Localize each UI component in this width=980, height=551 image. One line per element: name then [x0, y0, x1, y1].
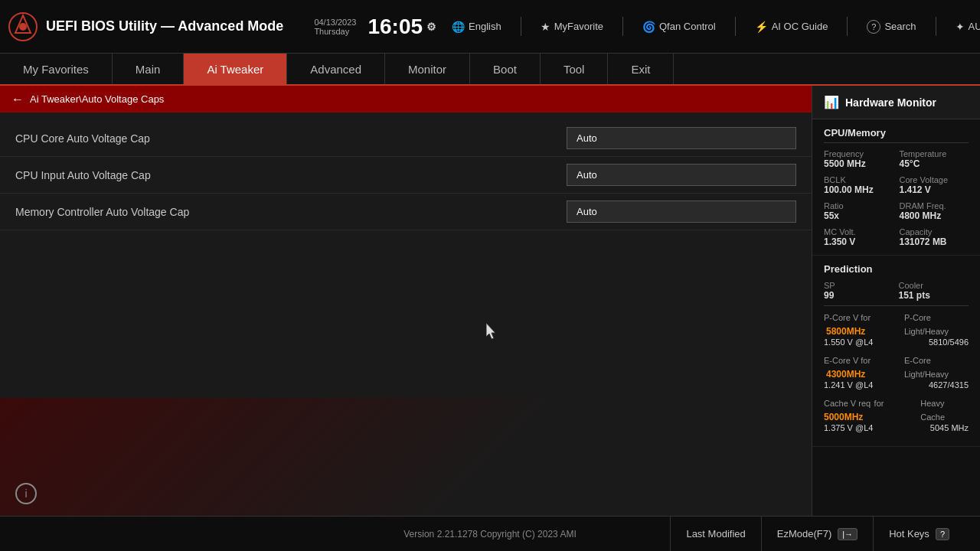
footer-last-modified[interactable]: Last Modified: [670, 517, 760, 552]
star-icon: ★: [541, 21, 550, 33]
nav-english[interactable]: 🌐 English: [452, 21, 501, 33]
tab-my-favorites[interactable]: My Favorites: [0, 54, 113, 84]
pcore-v-label: P-Core V for: [824, 313, 871, 322]
ecore-light-value: 4627/4315: [929, 380, 969, 390]
hw-frequency: Frequency 5500 MHz: [824, 149, 893, 169]
ecore-light-label: E-Core Light/Heavy: [904, 356, 949, 379]
setting-label-1: CPU Input Auto Voltage Cap: [15, 169, 567, 181]
tab-boot[interactable]: Boot: [470, 54, 541, 84]
ecore-v-freq: 4300MHz: [826, 369, 865, 380]
footer-version: Version 2.21.1278 Copyright (C) 2023 AMI: [403, 529, 576, 540]
cache-v-block: Cache V req for 5000MHz Heavy Cache 1.37…: [824, 396, 969, 432]
footer: Version 2.21.1278 Copyright (C) 2023 AMI…: [0, 516, 980, 551]
hot-keys-label: Hot Keys: [889, 528, 929, 540]
footer-ez-mode[interactable]: EzMode(F7) |→: [761, 517, 873, 552]
nav-qfan[interactable]: 🌀 Qfan Control: [642, 21, 716, 33]
main-nav: My Favorites Main Ai Tweaker Advanced Mo…: [0, 54, 980, 86]
hw-bclk: BCLK 100.00 MHz: [824, 175, 893, 195]
breadcrumb: ← Ai Tweaker\Auto Voltage Caps: [0, 86, 812, 112]
hw-dram-freq-value: 4800 MHz: [900, 210, 969, 221]
nav-myfavorite[interactable]: ★ MyFavorite: [541, 21, 603, 33]
rog-logo-area: UEFI BIOS Utility — Advanced Mode: [8, 11, 283, 42]
pcore-v-block: P-Core V for 5800MHz P-Core Light/Heavy …: [824, 310, 969, 347]
hw-core-voltage-value: 1.412 V: [900, 184, 969, 195]
hw-ratio-value: 55x: [824, 210, 893, 221]
cache-values: 1.375 V @L4 5045 MHz: [824, 423, 969, 432]
settings-list: CPU Core Auto Voltage Cap Auto CPU Input…: [0, 112, 812, 471]
heavy-cache-label: Heavy Cache: [920, 399, 945, 422]
aura-icon: ✦: [956, 21, 965, 33]
prediction-title: Prediction: [824, 263, 969, 275]
setting-value-1[interactable]: Auto: [567, 164, 796, 186]
setting-label-2: Memory Controller Auto Voltage Cap: [15, 206, 567, 218]
setting-row-2[interactable]: Memory Controller Auto Voltage Cap Auto: [0, 194, 812, 230]
setting-value-0[interactable]: Auto: [567, 127, 796, 149]
setting-row-1[interactable]: CPU Input Auto Voltage Cap Auto: [0, 157, 812, 194]
tab-tool[interactable]: Tool: [541, 54, 609, 84]
bios-title: UEFI BIOS Utility — Advanced Mode: [46, 18, 283, 34]
main-content: ← Ai Tweaker\Auto Voltage Caps CPU Core …: [0, 86, 812, 516]
nav-aioc[interactable]: ⚡ AI OC Guide: [755, 21, 828, 33]
nav-aura[interactable]: ✦ AURA: [956, 21, 980, 33]
back-arrow-icon[interactable]: ←: [11, 93, 24, 106]
hw-mc-volt-label: MC Volt.: [824, 227, 893, 236]
header-nav: 🌐 English ★ MyFavorite 🌀 Qfan Control ⚡ …: [452, 17, 980, 36]
f7-key-icon: |→: [838, 528, 858, 540]
footer-hot-keys[interactable]: Hot Keys ?: [873, 517, 965, 552]
ecore-header: E-Core V for 4300MHz E-Core Light/Heavy: [824, 353, 969, 380]
nav-div-4: [847, 17, 848, 36]
hw-mc-volt: MC Volt. 1.350 V: [824, 227, 893, 247]
tab-monitor[interactable]: Monitor: [385, 54, 470, 84]
nav-search[interactable]: ? Search: [867, 20, 916, 34]
nav-div-3: [735, 17, 736, 36]
tab-ai-tweaker[interactable]: Ai Tweaker: [184, 54, 287, 84]
cooler-label: Cooler: [899, 281, 969, 290]
sp-label: SP: [824, 281, 894, 290]
nav-div-2: [622, 17, 623, 36]
footer-right: Last Modified EzMode(F7) |→ Hot Keys ?: [670, 517, 965, 552]
setting-value-2[interactable]: Auto: [567, 201, 796, 223]
ez-mode-label: EzMode(F7): [777, 528, 832, 540]
globe-icon: 🌐: [452, 21, 465, 33]
ecore-values: 1.241 V @L4 4627/4315: [824, 380, 969, 390]
tab-exit[interactable]: Exit: [608, 54, 674, 84]
cpu-memory-title: CPU/Memory: [824, 127, 969, 143]
hw-dram-freq-label: DRAM Freq.: [900, 201, 969, 210]
info-icon[interactable]: i: [15, 483, 37, 504]
ecore-v-block: E-Core V for 4300MHz E-Core Light/Heavy …: [824, 353, 969, 390]
cache-v-for: for: [874, 399, 884, 408]
nav-div-5: [936, 17, 936, 36]
cache-header: Cache V req for 5000MHz Heavy Cache: [824, 396, 969, 423]
setting-row-0[interactable]: CPU Core Auto Voltage Cap Auto: [0, 120, 812, 157]
nav-div-1: [521, 17, 521, 36]
hw-bclk-label: BCLK: [824, 175, 893, 184]
info-area: i: [0, 471, 812, 516]
cpu-memory-grid: Frequency 5500 MHz Temperature 45°C BCLK…: [824, 149, 969, 247]
right-panel: 📊 Hardware Monitor CPU/Memory Frequency …: [812, 86, 980, 516]
time-gear-icon[interactable]: ⚙: [426, 21, 436, 33]
tab-advanced[interactable]: Advanced: [287, 54, 385, 84]
pcore-v-sub1: 1.550 V @L4: [824, 337, 873, 347]
pcore-header: P-Core V for 5800MHz P-Core Light/Heavy: [824, 310, 969, 337]
hw-bclk-value: 100.00 MHz: [824, 184, 893, 195]
hw-monitor-header: 📊 Hardware Monitor: [812, 86, 980, 119]
cooler-value: 151 pts: [899, 290, 969, 301]
hw-core-voltage: Core Voltage 1.412 V: [900, 175, 969, 195]
hw-ratio-label: Ratio: [824, 201, 893, 210]
hw-temperature-label: Temperature: [900, 149, 969, 158]
hw-mc-volt-value: 1.350 V: [824, 236, 893, 247]
hw-ratio: Ratio 55x: [824, 201, 893, 221]
header: UEFI BIOS Utility — Advanced Mode 04/13/…: [0, 0, 980, 54]
pcore-values: 1.550 V @L4 5810/5496: [824, 337, 969, 347]
setting-label-0: CPU Core Auto Voltage Cap: [15, 132, 567, 145]
sp-cooler-row: SP 99 Cooler 151 pts: [824, 281, 969, 301]
breadcrumb-text: Ai Tweaker\Auto Voltage Caps: [30, 93, 164, 105]
tab-main[interactable]: Main: [113, 54, 185, 84]
last-modified-label: Last Modified: [686, 528, 745, 540]
sp-value: 99: [824, 290, 894, 301]
lightning-icon: ⚡: [755, 21, 768, 33]
ecore-v-sub1: 1.241 V @L4: [824, 380, 873, 390]
svg-point-2: [19, 23, 27, 31]
prediction-section: Prediction SP 99 Cooler 151 pts P-Core V…: [812, 256, 980, 447]
day-display: Thursday: [314, 27, 356, 36]
